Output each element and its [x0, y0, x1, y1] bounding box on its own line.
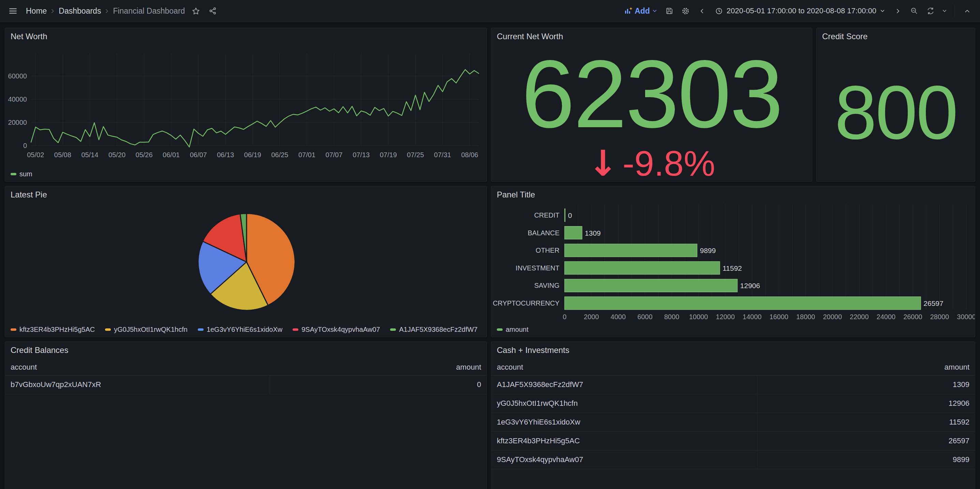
chevron-right-icon: [895, 8, 901, 14]
time-range-text: 2020-05-01 17:00:00 to 2020-08-08 17:00:…: [727, 6, 877, 15]
collapse-nav-button[interactable]: [959, 3, 975, 18]
bar: [565, 244, 697, 257]
x-tick-label: 07/13: [353, 151, 370, 159]
bar-value-label: 12906: [740, 282, 760, 290]
clock-icon: [715, 7, 723, 15]
pie-chart: [5, 186, 487, 337]
legend-label: kftz3ER4b3PHzHi5g5AC: [19, 326, 95, 333]
favorite-button[interactable]: [188, 3, 203, 18]
chevron-down-icon: [880, 8, 885, 13]
bar-category-label: BALANCE: [528, 229, 560, 237]
x-tick-label: 05/26: [136, 151, 153, 159]
cell-amount: 11592: [757, 418, 975, 427]
panel-credit-balances: Credit Balances account amount b7vGbxoUw…: [5, 341, 487, 489]
dashboard-grid: Net Worth 020000400006000005/0205/0805/1…: [0, 22, 980, 489]
net-worth-line: [31, 70, 479, 147]
x-tick-label: 06/19: [244, 151, 261, 159]
cell-amount: 26597: [757, 436, 975, 445]
x-tick-label: 18000: [796, 313, 815, 320]
legend-label: 1eG3vY6YhiE6s1xidoXw: [207, 326, 282, 333]
legend-item[interactable]: kftz3ER4b3PHzHi5g5AC: [11, 326, 95, 333]
series-color-chip: [11, 328, 16, 331]
series-color-chip: [105, 328, 111, 331]
bar: [565, 261, 720, 274]
breadcrumb: Home Dashboards Financial Dashboard: [26, 6, 185, 16]
legend-item[interactable]: sum: [11, 170, 32, 178]
panel-title[interactable]: Credit Score: [817, 28, 975, 44]
breadcrumb-home[interactable]: Home: [26, 6, 47, 16]
pie-legend: kftz3ER4b3PHzHi5g5ACyG0J5hxOtI1rwQK1hcfn…: [11, 326, 478, 333]
save-dashboard-button[interactable]: [662, 3, 677, 18]
x-tick-label: 6000: [637, 313, 652, 320]
panel-title[interactable]: Cash + Investments: [492, 342, 975, 357]
x-tick-label: 16000: [769, 313, 788, 320]
time-range-zoom-out-button[interactable]: [907, 3, 922, 18]
legend-item[interactable]: amount: [497, 326, 528, 333]
column-header-account[interactable]: account: [492, 363, 757, 372]
time-range-picker[interactable]: 2020-05-01 17:00:00 to 2020-08-08 17:00:…: [711, 5, 889, 18]
x-tick-label: 2000: [584, 313, 599, 320]
legend-label: sum: [19, 170, 32, 178]
bar-category-label: CREDIT: [534, 212, 559, 219]
bar-category-label: SAVING: [535, 282, 560, 289]
legend-label: 9SAyTOxsk4qypvhaAw07: [301, 326, 380, 333]
chevron-right-icon: [50, 8, 55, 14]
bar-category-label: OTHER: [536, 247, 560, 254]
chevron-down-icon: [652, 8, 657, 13]
x-tick-label: 22000: [850, 313, 869, 320]
legend-item[interactable]: 1eG3vY6YhiE6s1xidoXw: [198, 326, 282, 333]
column-header-amount[interactable]: amount: [757, 363, 975, 372]
add-button[interactable]: Add: [620, 5, 660, 18]
x-tick-label: 4000: [611, 313, 626, 320]
panel-credit-score: Credit Score 800: [816, 28, 975, 182]
x-tick-label: 12000: [716, 313, 735, 320]
x-tick-label: 05/02: [27, 151, 44, 159]
x-tick-label: 07/07: [326, 151, 343, 159]
add-button-label: Add: [635, 6, 650, 16]
legend-label: yG0J5hxOtI1rwQK1hcfn: [114, 326, 188, 333]
legend-item[interactable]: A1JAF5X9368ecFz2dfW7: [390, 326, 477, 333]
cash-investments-table: account amount A1JAF5X9368ecFz2dfW71309y…: [492, 359, 975, 489]
legend-item[interactable]: 9SAyTOxsk4qypvhaAw07: [293, 326, 380, 333]
time-range-forward-button[interactable]: [890, 3, 905, 18]
bar-value-label: 26597: [923, 299, 943, 307]
series-color-chip: [198, 328, 204, 331]
refresh-interval-dropdown[interactable]: [939, 3, 950, 18]
refresh-button[interactable]: [923, 3, 938, 18]
table-row: A1JAF5X9368ecFz2dfW71309: [492, 376, 975, 394]
x-tick-label: 30000: [957, 313, 975, 320]
dashboard-settings-button[interactable]: [678, 3, 693, 18]
chevron-left-icon: [699, 8, 705, 14]
table-header-row: account amount: [492, 359, 975, 376]
column-header-account[interactable]: account: [5, 363, 270, 372]
bar-value-label: 1309: [585, 229, 601, 237]
x-tick-label: 05/08: [54, 151, 71, 159]
share-button[interactable]: [205, 3, 220, 18]
panel-cash-investments: Cash + Investments account amount A1JAF5…: [491, 341, 975, 489]
table-row: 1eG3vY6YhiE6s1xidoXw11592: [492, 413, 975, 432]
panel-current-net-worth: Current Net Worth 62303 ↓ -9.8%: [491, 28, 812, 182]
menu-button[interactable]: [5, 3, 21, 18]
x-tick-label: 07/01: [298, 151, 315, 159]
table-row: b7vGbxoUw7qp2xUAN7xR0: [5, 376, 487, 394]
y-tick-label: 20000: [8, 119, 27, 126]
panel-title[interactable]: Credit Balances: [5, 342, 487, 357]
cell-amount: 9899: [757, 455, 975, 464]
chevron-right-icon: [104, 8, 110, 14]
x-tick-label: 05/14: [81, 151, 98, 159]
legend-item[interactable]: yG0J5hxOtI1rwQK1hcfn: [105, 326, 188, 333]
bar-value-label: 9899: [700, 247, 716, 254]
gear-icon: [681, 7, 690, 15]
x-tick-label: 06/01: [163, 151, 180, 159]
table-body: A1JAF5X9368ecFz2dfW71309yG0J5hxOtI1rwQK1…: [492, 376, 975, 469]
breadcrumb-dashboards[interactable]: Dashboards: [59, 6, 101, 16]
stat-body: 62303 ↓ -9.8%: [492, 44, 812, 182]
legend-label: amount: [506, 326, 528, 333]
bar-category-label: CRYPTOCURRENCY: [493, 299, 560, 307]
x-tick-label: 07/19: [380, 151, 397, 159]
column-header-amount[interactable]: amount: [270, 363, 487, 372]
zoom-out-icon: [910, 7, 918, 15]
time-range-back-button[interactable]: [695, 3, 710, 18]
bar: [565, 226, 582, 239]
x-tick-label: 07/25: [407, 151, 424, 159]
